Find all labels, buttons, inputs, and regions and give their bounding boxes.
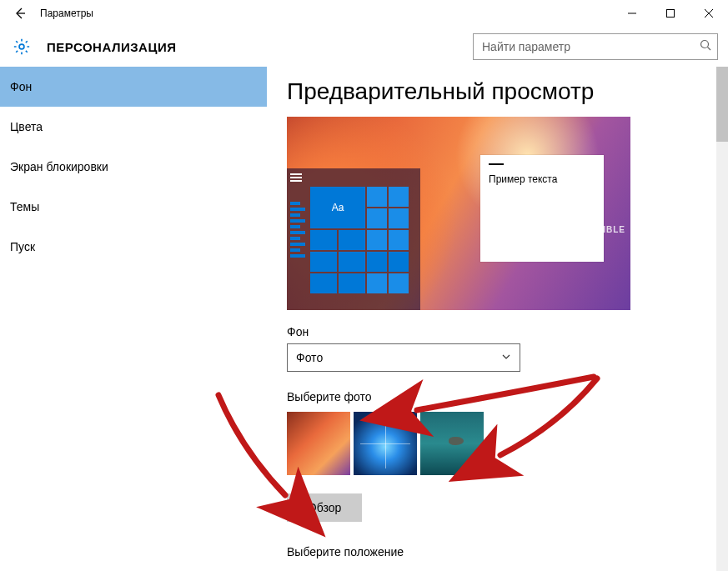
maximize-icon <box>666 9 675 18</box>
sidebar-item-themes[interactable]: Темы <box>0 187 267 227</box>
photo-thumbnails <box>287 412 696 475</box>
window-controls <box>613 0 728 27</box>
desktop-preview: EDIBLE Aa <box>287 117 630 310</box>
photo-thumb-1[interactable] <box>287 412 350 475</box>
svg-point-2 <box>701 41 709 48</box>
svg-point-1 <box>19 44 24 49</box>
background-label: Фон <box>287 325 696 338</box>
sidebar-item-start[interactable]: Пуск <box>0 227 267 267</box>
title-bar: Параметры <box>0 0 728 27</box>
window-title: Параметры <box>40 8 93 19</box>
close-icon <box>705 9 713 18</box>
sidebar-item-label: Фон <box>10 80 32 93</box>
minimize-icon <box>628 9 636 18</box>
photo-thumb-3[interactable] <box>420 412 484 475</box>
search-icon <box>700 39 711 54</box>
scrollbar-track[interactable] <box>716 67 728 571</box>
preview-tile-aa: Aa <box>310 187 365 228</box>
search-input[interactable] <box>473 33 718 60</box>
sidebar-item-lockscreen[interactable]: Экран блокировки <box>0 147 267 187</box>
sidebar-item-label: Цвета <box>10 120 43 133</box>
choose-photo-label: Выберите фото <box>287 390 696 403</box>
preview-sample-text: Пример текста <box>489 173 595 185</box>
svg-rect-0 <box>667 10 675 18</box>
hamburger-icon <box>290 173 302 182</box>
preview-nav-bars <box>290 202 305 293</box>
chevron-down-icon <box>501 351 511 364</box>
preview-heading: Предварительный просмотр <box>287 78 696 105</box>
sidebar-item-label: Пуск <box>10 240 35 253</box>
sidebar-item-background[interactable]: Фон <box>0 67 267 107</box>
minimize-button[interactable] <box>613 0 651 27</box>
gear-icon <box>10 35 33 58</box>
section-title: ПЕРСОНАЛИЗАЦИЯ <box>47 40 176 54</box>
photo-thumb-2[interactable] <box>354 412 417 475</box>
close-button[interactable] <box>690 0 728 27</box>
maximize-button[interactable] <box>651 0 690 27</box>
header-row: ПЕРСОНАЛИЗАЦИЯ <box>0 27 728 67</box>
sidebar-item-label: Темы <box>10 200 39 213</box>
background-type-dropdown[interactable]: Фото <box>287 343 520 372</box>
sidebar: Фон Цвета Экран блокировки Темы Пуск <box>0 67 267 571</box>
preview-start-menu: Aa <box>287 168 420 310</box>
search-wrap <box>473 33 718 60</box>
content-pane: Предварительный просмотр EDIBLE Aa <box>267 67 716 571</box>
scrollbar-thumb[interactable] <box>716 67 728 142</box>
back-arrow-icon <box>13 7 27 20</box>
preview-tiles: Aa <box>310 187 409 293</box>
browse-button[interactable]: Обзор <box>287 493 362 522</box>
sidebar-item-label: Экран блокировки <box>10 160 108 173</box>
choose-fit-label: Выберите положение <box>287 545 696 558</box>
preview-sample-window: Пример текста <box>480 155 604 262</box>
sidebar-item-colors[interactable]: Цвета <box>0 107 267 147</box>
dropdown-value: Фото <box>296 351 323 364</box>
back-button[interactable] <box>0 0 40 27</box>
